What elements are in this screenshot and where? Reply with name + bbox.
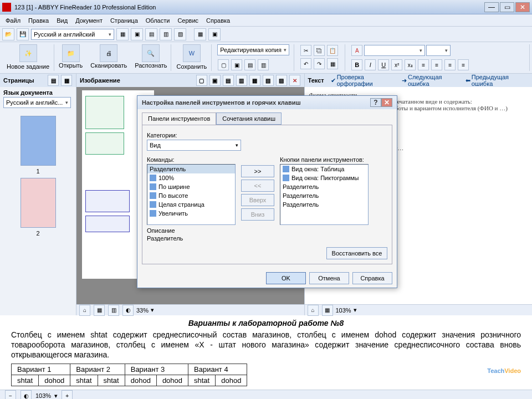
remove-button[interactable]: << (241, 180, 274, 192)
tool-icon[interactable]: ▣ (131, 28, 143, 40)
list-item[interactable]: По ширине (147, 182, 235, 191)
img-tool-icon[interactable]: ▣ (209, 75, 221, 86)
close-panel-icon[interactable]: ✕ (289, 75, 300, 86)
zoom-fit-icon[interactable]: ◐ (21, 390, 32, 399)
menu-view[interactable]: Вид (53, 16, 71, 25)
menu-document[interactable]: Документ (72, 16, 106, 25)
list-item[interactable]: Вид окна: Пиктограммы (280, 173, 368, 182)
category-combo[interactable]: Вид (147, 140, 241, 151)
chevron-down-icon[interactable]: ▾ (151, 306, 154, 314)
undo-icon[interactable]: ↶ (300, 58, 311, 69)
list-item[interactable]: По высоте (147, 191, 235, 200)
save-icon[interactable]: 💾 (17, 28, 29, 40)
zoom-icon[interactable]: ◐ (122, 305, 134, 316)
underline-icon[interactable]: U (378, 59, 389, 70)
tab-shortcuts[interactable]: Сочетания клавиш (216, 112, 282, 125)
list-item[interactable]: Разделитель (147, 165, 235, 173)
align-left-icon[interactable]: ≡ (418, 59, 429, 70)
minimize-button[interactable]: — (484, 2, 499, 12)
chevron-down-icon[interactable]: ▾ (354, 306, 357, 314)
img-tool-icon[interactable]: ▧ (263, 75, 274, 86)
layout-icon[interactable]: ▣ (231, 59, 242, 70)
redo-icon[interactable]: ↷ (314, 58, 325, 69)
page-thumbnail[interactable] (21, 178, 56, 228)
img-tool-icon[interactable]: ▤ (223, 75, 234, 86)
img-tool-icon[interactable]: ▨ (276, 75, 287, 86)
restore-button[interactable]: Восстановить все (326, 247, 387, 259)
tool-icon[interactable]: ▤ (145, 28, 157, 40)
font-color-icon[interactable]: A (351, 45, 362, 56)
cut-icon[interactable]: ✂ (300, 45, 311, 56)
font-combo[interactable] (364, 45, 425, 56)
pages-tool-icon[interactable]: ▦ (61, 75, 72, 86)
close-button[interactable]: ✕ (515, 2, 530, 12)
img-tool-icon[interactable]: ▢ (196, 75, 207, 86)
layout-icon[interactable]: ▤ (244, 59, 255, 70)
layout-icon[interactable]: ▥ (258, 59, 269, 70)
zoom-icon[interactable]: ⌂ (79, 305, 90, 316)
language-combo[interactable]: Русский и английский (31, 29, 114, 40)
list-item[interactable]: Вид окна: Таблица (280, 165, 368, 173)
menu-page[interactable]: Страница (107, 16, 141, 25)
tool-icon[interactable]: ▥ (160, 28, 172, 40)
zoom-icon[interactable]: ▦ (322, 305, 333, 316)
menu-areas[interactable]: Области (142, 16, 173, 25)
img-tool-icon[interactable]: ▦ (249, 75, 260, 86)
list-item[interactable]: Разделитель (280, 182, 368, 191)
doclang-combo[interactable]: Русский и английс... (3, 97, 71, 108)
sub-icon[interactable]: x₂ (405, 59, 416, 70)
copy-icon[interactable]: ⿻ (314, 45, 325, 56)
copy-mode-combo[interactable]: Редактируемая копия (217, 44, 289, 55)
open-icon[interactable]: 📁 (62, 44, 80, 62)
zoom-icon[interactable]: ▥ (108, 305, 119, 316)
open-icon[interactable]: 📂 (2, 28, 14, 40)
img-tool-icon[interactable]: ▥ (236, 75, 247, 86)
commands-list[interactable]: Разделитель 100% По ширине По высоте Цел… (147, 164, 236, 225)
tool-icon[interactable]: ▧ (174, 28, 186, 40)
super-icon[interactable]: x² (391, 59, 402, 70)
delete-icon[interactable]: ▦ (327, 58, 338, 69)
italic-icon[interactable]: I (365, 59, 376, 70)
layout-icon[interactable]: ▢ (218, 59, 229, 70)
list-item[interactable]: Увеличить (147, 209, 235, 218)
list-item[interactable]: Разделитель (280, 200, 368, 209)
align-justify-icon[interactable]: ≡ (458, 59, 469, 70)
paste-icon[interactable]: 📋 (327, 45, 338, 56)
scan-icon[interactable]: 🖨 (100, 44, 117, 62)
recognize-icon[interactable]: 🔍 (142, 44, 160, 62)
menu-help[interactable]: Справка (203, 16, 233, 25)
zoom-in-icon[interactable]: + (62, 390, 73, 399)
menu-service[interactable]: Сервис (174, 16, 202, 25)
dialog-help-icon[interactable]: ? (370, 98, 381, 107)
zoom-out-icon[interactable]: − (5, 390, 16, 399)
list-item[interactable]: Разделитель (280, 191, 368, 200)
tab-toolbars[interactable]: Панели инструментов (142, 112, 216, 125)
cancel-button[interactable]: Отмена (309, 272, 349, 284)
prev-error-link[interactable]: ⬅Предыдущая ошибка (466, 74, 529, 87)
save-word-icon[interactable]: W (183, 44, 201, 62)
pages-tool-icon[interactable]: ▤ (48, 75, 59, 86)
align-center-icon[interactable]: ≡ (431, 59, 442, 70)
ok-button[interactable]: OK (266, 272, 306, 284)
zoom-icon[interactable]: ⌂ (308, 305, 319, 316)
page-thumbnail[interactable] (21, 116, 56, 166)
help-button[interactable]: Справка (352, 272, 392, 284)
toolbar-buttons-list[interactable]: Вид окна: Таблица Вид окна: Пиктограммы … (280, 164, 369, 225)
list-item[interactable]: Целая страница (147, 200, 235, 209)
menu-file[interactable]: Файл (2, 16, 24, 25)
chevron-down-icon[interactable]: ▾ (54, 392, 58, 399)
spellcheck-link[interactable]: ✔Проверка орфографии (331, 74, 398, 87)
next-error-link[interactable]: ➜Следующая ошибка (402, 74, 462, 87)
new-task-icon[interactable]: ✨ (19, 44, 37, 62)
menu-edit[interactable]: Правка (25, 16, 52, 25)
up-button[interactable]: Вверх (241, 194, 274, 206)
tool-icon[interactable]: ▣ (208, 28, 221, 40)
maximize-button[interactable]: ▭ (500, 2, 514, 12)
add-button[interactable]: >> (241, 165, 274, 177)
fontsize-combo[interactable] (426, 45, 451, 56)
tool-icon[interactable]: ▦ (116, 28, 129, 40)
zoom-icon[interactable]: ▦ (94, 305, 105, 316)
bold-icon[interactable]: B (351, 59, 362, 70)
align-right-icon[interactable]: ≡ (444, 59, 456, 70)
dialog-close-icon[interactable]: ✕ (381, 98, 392, 107)
